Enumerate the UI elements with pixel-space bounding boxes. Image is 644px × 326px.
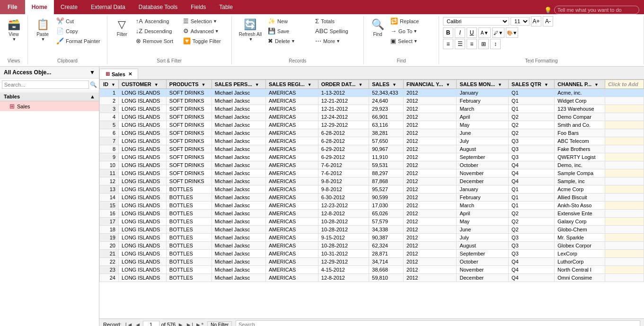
underline-button[interactable]: U (467, 27, 477, 38)
save-record-button[interactable]: 💾 Save (265, 26, 312, 36)
align-right-button[interactable]: ≡ (467, 39, 477, 49)
table-row[interactable]: 24LONG ISLANDSBOTTLESMichael JackscAMERI… (100, 274, 644, 282)
totals-button[interactable]: Σ Totals (312, 16, 360, 26)
background-button[interactable]: 🎨▼ (506, 27, 518, 38)
line-height-button[interactable]: ↕ (490, 39, 501, 49)
tab-file[interactable]: File (0, 0, 25, 14)
data-table-container: ID ▼ CUSTOMER ▼ PRODUCTS ▼ SALES PERS. (99, 79, 644, 318)
table-icon: ⊞ (9, 103, 15, 110)
col-header-sales-person[interactable]: SALES PERS... ▼ (212, 80, 265, 89)
advanced-button[interactable]: ⚙ Advanced ▼ (180, 26, 228, 36)
col-header-products[interactable]: PRODUCTS ▼ (166, 80, 212, 89)
table-row[interactable]: 15LONG ISLANDSBOTTLESMichael JackscAMERI… (100, 202, 644, 210)
copy-button[interactable]: 📄 Copy (53, 26, 103, 36)
increase-font-button[interactable]: A+ (531, 16, 541, 26)
table-row[interactable]: 23LONG ISLANDSBOTTLESMichael JackscAMERI… (100, 266, 644, 274)
table-row[interactable]: 2LONG ISLANDSSOFT DRINKSMichael JackscAM… (100, 97, 644, 105)
table-row[interactable]: 22LONG ISLANDSBOTTLESMichael JackscAMERI… (100, 258, 644, 266)
highlight-button[interactable]: 🖊▼ (492, 27, 504, 38)
table-row[interactable]: 10LONG ISLANDSSOFT DRINKSMichael JackscA… (100, 161, 644, 169)
table-row[interactable]: 11LONG ISLANDSSOFT DRINKSMichael JackscA… (100, 169, 644, 177)
table-row[interactable]: 5LONG ISLANDSSOFT DRINKSMichael JackscAM… (100, 121, 644, 129)
table-row[interactable]: 19LONG ISLANDSBOTTLESMichael JackscAMERI… (100, 234, 644, 242)
font-color-button[interactable]: A▼ (478, 27, 491, 38)
new-record-nav-button[interactable]: ►* (195, 321, 203, 326)
table-row[interactable]: 8LONG ISLANDSSOFT DRINKSMichael JackscAM… (100, 145, 644, 153)
table-row[interactable]: 14LONG ISLANDSBOTTLESMichael JackscAMERI… (100, 194, 644, 202)
col-header-sales[interactable]: SALES ▼ (369, 80, 404, 89)
italic-button[interactable]: I (455, 27, 465, 38)
record-number-input[interactable] (143, 321, 159, 326)
tab-home[interactable]: Home (25, 0, 54, 14)
table-row[interactable]: 18LONG ISLANDSBOTTLESMichael JackscAMERI… (100, 226, 644, 234)
tab-create[interactable]: Create (54, 0, 84, 14)
format-painter-button[interactable]: 🖌️ Format Painter (53, 36, 103, 46)
delete-button[interactable]: ✖ Delete ▼ (265, 36, 312, 46)
remove-sort-button[interactable]: ⊗ Remove Sort (133, 36, 180, 46)
paste-button[interactable]: 📋 Paste ▼ (32, 16, 53, 44)
col-header-channel[interactable]: CHANNEL P... ▼ (555, 80, 605, 89)
table-row[interactable]: 1LONG ISLANDSSOFT DRINKSMichael JackscAM… (100, 89, 644, 97)
col-header-add[interactable]: Click to Add (605, 80, 644, 89)
tab-fields[interactable]: Fields (184, 0, 212, 14)
descending-button[interactable]: ↓Z Descending (133, 26, 180, 36)
table-row[interactable]: 3LONG ISLANDSSOFT DRINKSMichael JackscAM… (100, 105, 644, 113)
ascending-button[interactable]: ↑A Ascending (133, 16, 180, 26)
col-header-financial-year[interactable]: FINANCIAL Y... ▼ (404, 80, 457, 89)
col-header-sales-month[interactable]: SALES MON... ▼ (457, 80, 509, 89)
col-header-customer[interactable]: CUSTOMER ▼ (119, 80, 167, 89)
selection-button[interactable]: ☰ Selection ▼ (180, 16, 228, 26)
table-row[interactable]: 20LONG ISLANDSBOTTLESMichael JackscAMERI… (100, 242, 644, 250)
tab-external-data[interactable]: External Data (84, 0, 132, 14)
more-button[interactable]: ⋯ More ▼ (312, 36, 360, 46)
decrease-font-button[interactable]: A- (543, 16, 553, 26)
table-row[interactable]: 6LONG ISLANDSSOFT DRINKSMichael JackscAM… (100, 129, 644, 137)
font-selector[interactable]: Calibri (443, 17, 509, 26)
filter-button[interactable]: ▽ Filter (111, 16, 133, 39)
toggle-filter-button[interactable]: 🔽 Toggle Filter (180, 36, 228, 46)
sales-tab[interactable]: ⊞ Sales ✕ (99, 69, 138, 79)
col-header-sales-region[interactable]: SALES REGI... ▼ (265, 80, 318, 89)
refresh-all-button[interactable]: 🔄 Refresh All ▼ (236, 16, 265, 44)
select-button[interactable]: ▣ Select ▼ (388, 36, 435, 46)
replace-button[interactable]: 🔁 Replace (388, 16, 435, 26)
table-row[interactable]: 4LONG ISLANDSSOFT DRINKSMichael JackscAM… (100, 113, 644, 121)
find-label: Find (364, 58, 439, 63)
tables-section-header[interactable]: Tables ▲ (0, 92, 99, 101)
table-row[interactable]: 12LONG ISLANDSSOFT DRINKSMichael JackscA… (100, 177, 644, 185)
table-row[interactable]: 7LONG ISLANDSSOFT DRINKSMichael JackscAM… (100, 137, 644, 145)
first-record-button[interactable]: |◄ (125, 321, 133, 326)
cut-button[interactable]: ✂️ Cut (53, 16, 103, 26)
prev-record-button[interactable]: ◄ (135, 321, 141, 326)
sidebar-search-icon[interactable]: 🔍 (90, 81, 97, 88)
table-row[interactable]: 13LONG ISLANDSBOTTLESMichael JackscAMERI… (100, 185, 644, 194)
no-filter-badge[interactable]: No Filter (207, 321, 232, 326)
col-header-sales-qtr[interactable]: SALES QTR ▼ (509, 80, 555, 89)
close-tab-icon[interactable]: ✕ (128, 71, 132, 77)
last-record-button[interactable]: ►| (185, 321, 193, 326)
col-header-order-date[interactable]: ORDER DAT... ▼ (318, 80, 369, 89)
sidebar-search-input[interactable] (2, 80, 89, 89)
col-header-id[interactable]: ID ▼ (100, 80, 119, 89)
find-button[interactable]: 🔍 Find (368, 16, 388, 39)
table-row[interactable]: 9LONG ISLANDSSOFT DRINKSMichael JackscAM… (100, 153, 644, 161)
table-row[interactable]: 16LONG ISLANDSBOTTLESMichael JackscAMERI… (100, 210, 644, 218)
tab-table[interactable]: Table (212, 0, 239, 14)
tab-database-tools[interactable]: Database Tools (132, 0, 185, 14)
gridlines-button[interactable]: ⊞ (478, 39, 489, 49)
align-center-button[interactable]: ☰ (455, 39, 465, 49)
view-button[interactable]: 🗃️ View ▼ (4, 16, 24, 44)
goto-button[interactable]: → Go To ▼ (388, 26, 435, 36)
table-row[interactable]: 21LONG ISLANDSBOTTLESMichael JackscAMERI… (100, 250, 644, 258)
sidebar-item-sales[interactable]: ⊞ Sales (0, 101, 99, 111)
sidebar-options-button[interactable]: ▼ (89, 69, 95, 76)
align-left-button[interactable]: ≡ (443, 39, 453, 49)
new-record-button[interactable]: ✨ New (265, 16, 312, 26)
table-row[interactable]: 17LONG ISLANDSBOTTLESMichael JackscAMERI… (100, 218, 644, 226)
search-nav-input[interactable] (236, 320, 640, 326)
tell-me-input[interactable] (554, 6, 639, 14)
font-size-selector[interactable]: 11 (511, 17, 529, 26)
next-record-button[interactable]: ► (177, 321, 184, 326)
spelling-button[interactable]: ABC Spelling (312, 26, 360, 36)
bold-button[interactable]: B (443, 27, 453, 38)
